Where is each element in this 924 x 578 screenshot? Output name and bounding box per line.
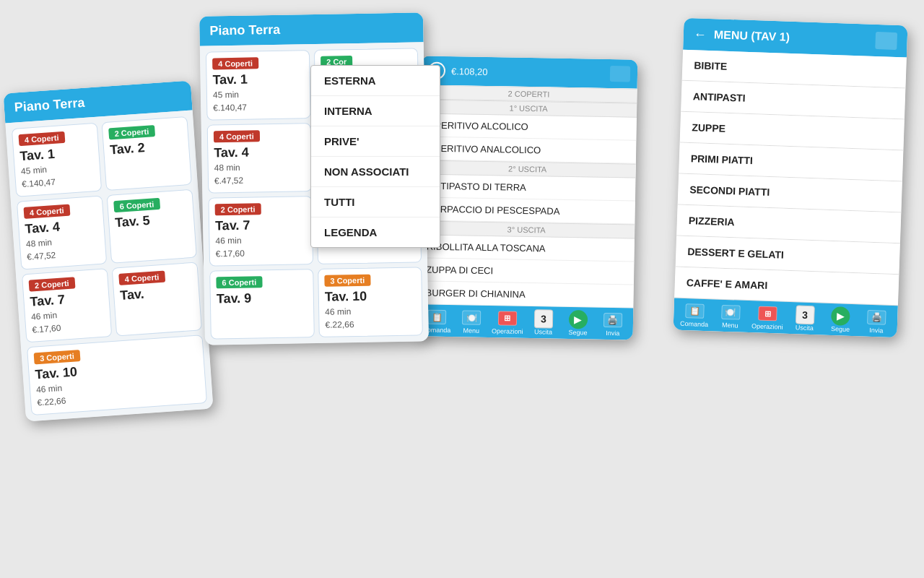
card4-header-icon bbox=[875, 32, 897, 50]
table-badge: 4 Coperti bbox=[214, 130, 260, 142]
table-name: Tav. bbox=[120, 287, 145, 303]
table-badge: 4 Coperti bbox=[18, 131, 65, 146]
table-time bbox=[116, 233, 116, 243]
comanda-icon: 📋 bbox=[685, 303, 705, 319]
table-name: Tav. 1 bbox=[212, 72, 248, 87]
table-name: Tav. 5 bbox=[115, 213, 151, 230]
table-price: €.17,60 bbox=[32, 323, 61, 335]
card1-table-grid: 4 Coperti Tav. 1 45 min €.140,47 2 Coper… bbox=[5, 110, 213, 421]
card4-menu-list: BIBITEANTIPASTIZUPPEPRIMI PIATTISECONDI … bbox=[674, 50, 907, 306]
bottom-btn-segue[interactable]: ▶ Segue bbox=[564, 311, 593, 337]
table-badge: 3 Coperti bbox=[34, 350, 81, 364]
order-item-row[interactable]: ZUPPA DI CECI bbox=[417, 258, 635, 285]
bottom-btn-label: Operazioni bbox=[751, 322, 783, 331]
order-item-row[interactable]: CARPACCIO DI PESCESPADA bbox=[418, 197, 635, 224]
table-name: Tav. 10 bbox=[325, 289, 367, 304]
dropdown-item[interactable]: INTERNA bbox=[311, 96, 440, 126]
table-time: 46 min bbox=[215, 236, 241, 246]
card3-header: ↺ €.108,20 bbox=[421, 56, 638, 88]
table-price: €.22,66 bbox=[325, 319, 354, 330]
table-name: Tav. 7 bbox=[215, 218, 250, 233]
bottom-btn-operazioni[interactable]: ⊞ Operazioni bbox=[492, 310, 523, 335]
comanda-icon: 📋 bbox=[427, 310, 446, 324]
table-row[interactable]: 2 Coperti Tav. 2 bbox=[102, 116, 192, 191]
order-item-row[interactable]: ANTIPASTO DI TERRA bbox=[419, 174, 636, 201]
invia-icon: 🖨️ bbox=[867, 310, 886, 325]
table-name: Tav. 1 bbox=[19, 147, 56, 163]
table-row[interactable]: 6 Coperti Tav. 5 bbox=[107, 189, 197, 264]
table-time: 46 min bbox=[325, 306, 351, 317]
bottom-btn-uscita[interactable]: 3 Uscita bbox=[790, 306, 819, 332]
bottom-btn-label: Invia bbox=[869, 327, 883, 335]
uscita-badge: 3 bbox=[796, 305, 815, 324]
operazioni-icon: ⊞ bbox=[758, 306, 777, 322]
table-price: €.47,52 bbox=[27, 250, 56, 262]
card3-total: €.108,20 bbox=[451, 66, 488, 77]
bottom-btn-label: Comanda bbox=[680, 320, 708, 328]
table-row[interactable]: 2 Coperti Tav. 7 46 min €.17,60 bbox=[22, 268, 112, 342]
dropdown-item[interactable]: LEGENDA bbox=[311, 217, 440, 247]
dropdown-item[interactable]: TUTTI bbox=[311, 187, 440, 217]
bottom-btn-comanda[interactable]: 📋 Comanda bbox=[680, 303, 710, 328]
table-row[interactable]: 3 Coperti Tav. 10 46 min €.22,66 bbox=[318, 267, 423, 337]
operazioni-icon: ⊞ bbox=[498, 311, 517, 325]
bottom-btn-label: Menu bbox=[463, 327, 480, 334]
order-item-row[interactable]: BURGER DI CHIANINA bbox=[417, 281, 634, 308]
table-time: 48 min bbox=[214, 163, 240, 173]
dropdown-item[interactable]: PRIVE' bbox=[311, 126, 440, 157]
table-badge: 2 Coperti bbox=[108, 125, 155, 139]
bottom-btn-menu[interactable]: 🍽️ Menu bbox=[715, 304, 745, 329]
bottom-btn-label: Menu bbox=[722, 322, 738, 329]
table-price: €.22,66 bbox=[37, 396, 66, 408]
order-item-row[interactable]: RIBOLLITA ALLA TOSCANA bbox=[418, 235, 635, 262]
bottom-btn-label: Segue bbox=[831, 325, 850, 333]
card3-icon bbox=[610, 66, 630, 82]
table-price: €.47,52 bbox=[214, 176, 243, 186]
table-price: €.140,47 bbox=[22, 177, 56, 189]
card2-title: Piano Terra bbox=[209, 22, 280, 39]
order-item-row[interactable]: APERITIVO ALCOLICO bbox=[419, 113, 637, 140]
back-arrow-icon[interactable]: ← bbox=[693, 27, 707, 43]
table-row[interactable]: 4 Coperti Tav. 1 45 min €.140,47 bbox=[12, 123, 102, 197]
table-row[interactable]: 4 Coperti Tav. bbox=[112, 262, 202, 336]
table-time: 46 min bbox=[31, 310, 58, 322]
dropdown-item[interactable]: ESTERNA bbox=[311, 66, 440, 96]
bottom-btn-menu[interactable]: 🍽️ Menu bbox=[457, 309, 487, 335]
table-row[interactable]: 2 Coperti Tav. 7 46 min €.17,60 bbox=[208, 196, 313, 266]
table-row[interactable]: 6 Coperti Tav. 9 bbox=[209, 269, 315, 339]
bottom-btn-label: Uscita bbox=[796, 324, 814, 332]
table-name: Tav. 2 bbox=[110, 140, 146, 157]
table-time bbox=[121, 306, 121, 316]
segue-icon: ▶ bbox=[569, 310, 588, 329]
table-badge: 6 Coperti bbox=[113, 198, 160, 212]
order-item-row[interactable]: APERITIVO ANALCOLICO bbox=[419, 137, 637, 163]
phone-card-3: ↺ €.108,20 2 COPERTI1° USCITAAPERITIVO A… bbox=[417, 56, 638, 340]
menu-icon: 🍽️ bbox=[721, 305, 741, 320]
segue-icon: ▶ bbox=[831, 306, 850, 326]
card4-title: MENU (TAV 1) bbox=[714, 28, 790, 44]
card4-bottom-bar: 📋 Comanda 🍽️ Menu ⊞ Operazioni 3 Uscita … bbox=[674, 298, 898, 337]
bottom-btn-operazioni[interactable]: ⊞ Operazioni bbox=[751, 305, 784, 330]
bottom-btn-uscita[interactable]: 3 Uscita bbox=[528, 311, 558, 336]
table-row[interactable]: 4 Coperti Tav. 4 48 min €.47,52 bbox=[207, 123, 313, 193]
table-name: Tav. 4 bbox=[214, 145, 249, 160]
card1-title: Piano Terra bbox=[14, 95, 85, 116]
table-badge: 4 Coperti bbox=[212, 57, 258, 69]
phone-card-1: Piano Terra 4 Coperti Tav. 1 45 min €.14… bbox=[3, 80, 213, 421]
bottom-btn-segue[interactable]: ▶ Segue bbox=[826, 308, 855, 333]
table-price: €.17,60 bbox=[216, 249, 245, 259]
bottom-btn-invia[interactable]: 🖨️ Invia bbox=[862, 309, 892, 335]
table-badge: 2 Coperti bbox=[29, 277, 76, 291]
bottom-btn-label: Uscita bbox=[534, 328, 552, 335]
table-row[interactable]: 4 Coperti Tav. 4 48 min €.47,52 bbox=[17, 195, 107, 269]
card3-bottom-bar: 📋 Comanda 🍽️ Menu ⊞ Operazioni 3 Uscita … bbox=[417, 304, 634, 340]
table-badge: 4 Coperti bbox=[23, 204, 70, 219]
bottom-btn-label: Segue bbox=[569, 329, 588, 336]
table-row[interactable]: 3 Coperti Tav. 10 46 min €.22,66 bbox=[27, 335, 207, 415]
table-time: 45 min bbox=[213, 90, 239, 100]
bottom-btn-invia[interactable]: 🖨️ Invia bbox=[598, 312, 628, 337]
table-time bbox=[110, 160, 111, 170]
table-row[interactable]: 4 Coperti Tav. 1 45 min €.140,47 bbox=[206, 50, 311, 120]
bottom-btn-label: Invia bbox=[606, 329, 619, 337]
dropdown-item[interactable]: NON ASSOCIATI bbox=[311, 157, 440, 187]
